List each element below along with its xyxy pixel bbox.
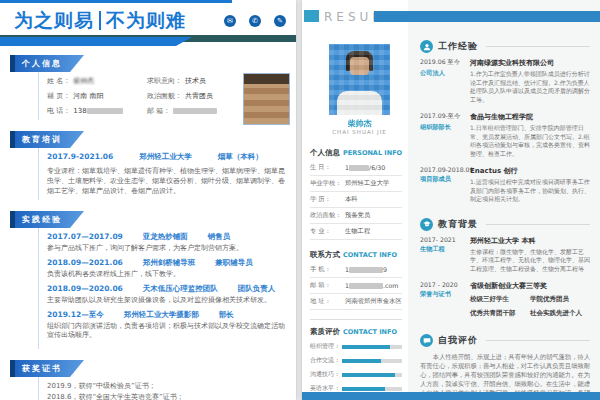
- skill-fill: [342, 359, 381, 363]
- work-org: 河南绿源实业科技有限公司: [470, 58, 590, 68]
- section-personal-info: 个人信息 姓 名：柴帅杰 求职意向：技术员 籍 贯：河南 南阳 政治面貌：共青团…: [10, 51, 288, 120]
- right-resume-page: RESUME 柴帅杰 CHAI SHUAI JIE 个人信息PERSONAL I…: [302, 0, 600, 400]
- practice-org: 亚龙热炒铺面: [143, 232, 188, 242]
- section-ribbon-awards: 获奖证书: [10, 360, 84, 377]
- honors-entry: 2017 - 2020 荣誉与证书 省级创新创业大赛三等奖 校级三好学生 学院优…: [420, 281, 590, 318]
- section-ribbon-personal: 个人信息: [10, 55, 84, 72]
- birthday-mosaic: [349, 165, 369, 171]
- photo-mosaic-overlay: [329, 44, 390, 115]
- personal-info-grid: 姓 名：柴帅杰 求职意向：技术员 籍 贯：河南 南阳 政治面貌：共青团员 电 话…: [47, 76, 272, 116]
- skill-track: [342, 359, 402, 363]
- work-entry: 2019.06 至今 公司法人 河南绿源实业科技有限公司 1.作为工作室负责人带…: [420, 58, 590, 104]
- education-entry: 2017- 2021 生物工程 郑州轻工业大学 本科 主修课程：微生物学、生物化…: [420, 236, 590, 274]
- practice-period: 2019.12—至今: [47, 310, 104, 320]
- sidebar-row-political: 政治面貌： 预备党员: [310, 208, 402, 224]
- practice-role: 团队负责人: [238, 284, 276, 294]
- sidebar-row-degree: 学 历： 本科: [310, 192, 402, 208]
- phone-icon: ✆: [249, 15, 261, 27]
- heading-rule: [486, 46, 590, 47]
- education-period: 2017.9-2021.06: [47, 152, 113, 162]
- work-desc: 1.运营项目过程中完成对应项目调研事务工作及部门内部各项事务工作，协助策划、执行…: [470, 178, 590, 204]
- sidebar-heading-personal: 个人信息PERSONAL INFO: [310, 148, 402, 158]
- practice-role: 部长: [219, 310, 234, 320]
- phone-mosaic: [87, 108, 123, 114]
- education-school: 郑州轻工业大学: [139, 152, 192, 162]
- work-role: 项目部成员: [420, 175, 470, 184]
- id-photo-right: [329, 44, 390, 115]
- honors-top-award: 省级创新创业大赛三等奖: [470, 281, 590, 291]
- left-resume-body: 个人信息 姓 名：柴帅杰 求职意向：技术员 籍 贯：河南 南阳 政治面貌：共青团…: [10, 51, 288, 400]
- work-role: 公司法人: [420, 69, 470, 78]
- edit-icon: ✎: [274, 15, 286, 27]
- heading-rule: [486, 340, 590, 341]
- practice-role: 销售员: [208, 232, 231, 242]
- sidebar-row-major: 专 业： 生物工程: [310, 224, 402, 240]
- practice-desc: 负责该机构各类课程线上推广，线下教学。: [47, 270, 288, 279]
- award-item: 2018.6，获得“全国大学生英语竞赛”证书；: [47, 392, 288, 400]
- practice-desc: 参与产品线下推广，询问了解客户需求，为客户定制营销方案。: [47, 244, 288, 253]
- awards-content: 2019.9，获得“中级检验员”证书； 2018.6，获得“全国大学生英语竞赛”…: [38, 377, 288, 400]
- skill-bar-row: 合作交流：: [310, 356, 402, 365]
- user-icon: [420, 40, 433, 53]
- practice-period: 2018.09—2021.06: [47, 258, 123, 268]
- work-role: 组织部部长: [420, 123, 470, 132]
- main-heading-work: 工作经验: [420, 40, 590, 53]
- award-item: 2019.9，获得“中级检验员”证书；: [47, 381, 288, 392]
- left-resume-title: 为之则易不为则难: [14, 8, 186, 34]
- education-content: 2017.9-2021.06 郑州轻工业大学 烟草（本科） 专业课程：烟草栽培学…: [38, 148, 288, 200]
- sidebar-row-birthday: 生 日： 1/6/30: [310, 160, 402, 176]
- sidebar-row-phone: 手 机： 19: [310, 262, 402, 278]
- field-hometown: 籍 贯：河南 南阳: [47, 91, 147, 101]
- title-divider: [99, 11, 101, 30]
- work-entry: 2017.09-至今 组织部部长 食品与生物工程学院 1.日常组织管理部门、安排…: [420, 112, 590, 158]
- skill-fill: [342, 373, 395, 377]
- work-period: 2019.06 至今: [420, 58, 470, 67]
- section-practice-experience: 实践经验 2017.07—2017.09 亚龙热炒铺面 销售员 参与产品线下推广…: [10, 207, 288, 349]
- mail-icon: ✉: [224, 15, 236, 27]
- resume-preview-canvas: 为之则易不为则难 ✉ ✆ ✎ 个人信息 姓 名：柴帅杰 求职意向：技术员 籍 贯…: [0, 0, 600, 400]
- sidebar-heading-contact: 联系方式CONTACT INFO: [310, 250, 402, 260]
- left-resume-header: 为之则易不为则难: [14, 8, 186, 34]
- sidebar-divider: [310, 319, 402, 320]
- header-blue-band: [0, 37, 192, 46]
- candidate-name-pinyin: CHAI SHUAI JIE: [319, 129, 400, 135]
- section-awards: 获奖证书 2019.9，获得“中级检验员”证书； 2018.6，获得“全国大学生…: [10, 356, 288, 400]
- skill-track: [342, 387, 402, 391]
- skill-bar-row: 沟通技巧：: [310, 370, 402, 379]
- skill-track: [342, 345, 402, 349]
- practice-desc: 主要帮助团队以及研究生架设摄像设备，以及对监控摄像相关技术研发。: [47, 296, 288, 305]
- personal-info-content: 姓 名：柴帅杰 求职意向：技术员 籍 贯：河南 南阳 政治面貌：共青团员 电 话…: [38, 72, 288, 120]
- candidate-name: 柴帅杰: [329, 118, 390, 129]
- title-motto-part1: 为之则易: [14, 9, 94, 31]
- education-degree: 烟草（本科）: [218, 152, 263, 162]
- skill-fill: [342, 345, 390, 349]
- practice-role: 兼职辅导员: [215, 258, 253, 268]
- skill-fill: [342, 387, 385, 391]
- contact-icon-row: ✉ ✆ ✎: [224, 15, 286, 27]
- main-heading-self-evaluation: 自我评价: [420, 334, 590, 347]
- work-desc: 1.日常组织管理部门、安排学院内部管理日常、党员发展活动、所属部门公文书写。2.…: [470, 124, 590, 158]
- practice-period: 2017.07—2017.09: [47, 232, 123, 242]
- education-courses: 专业课程：烟草栽培学、烟草遗传育种学、植物生理学、烟草病理学、烟草昆虫学、土壤肥…: [47, 166, 288, 196]
- practice-desc: 组织部门内部演讲活动，负责各项培训；积极与技术部以及学校交流确定活动宣传出场顺序…: [47, 322, 288, 340]
- practice-entry: 2017.07—2017.09 亚龙热炒铺面 销售员 参与产品线下推广，询问了解…: [47, 232, 288, 253]
- left-resume-page: 为之则易不为则难 ✉ ✆ ✎ 个人信息 姓 名：柴帅杰 求职意向：技术员 籍 贯…: [0, 0, 296, 400]
- work-period: 2017.09-至今: [420, 112, 470, 121]
- title-motto-part2: 不为则难: [106, 9, 186, 31]
- header-small-teal-bar: [304, 10, 319, 22]
- skill-bar-row: 组织管理：: [310, 342, 402, 351]
- id-photo-left: [243, 73, 290, 125]
- header-long-blue-bar: [374, 11, 600, 22]
- work-period: 2017.09-2018.09: [420, 166, 470, 173]
- honor-item: 社会实践先进个人: [530, 309, 590, 318]
- right-sidebar: 个人信息PERSONAL INFO 生 日： 1/6/30 毕业学校： 郑州轻工…: [310, 141, 402, 400]
- practice-period: 2018.09—2020.06: [47, 284, 123, 294]
- practice-org: 天木低压心理监控团队: [143, 284, 218, 294]
- skill-track: [342, 373, 402, 377]
- honor-item: 校级三好学生: [470, 295, 530, 304]
- education-major: 生物工程: [420, 245, 470, 254]
- email-mosaic: [173, 108, 217, 114]
- work-desc: 1.作为工作室负责人带领团队成员进行分析讨论工作及汇报总结、统计汇报。2.作为负…: [470, 70, 590, 104]
- honor-item: 学院优秀团员: [530, 295, 590, 304]
- phone-mosaic-right: [349, 267, 383, 273]
